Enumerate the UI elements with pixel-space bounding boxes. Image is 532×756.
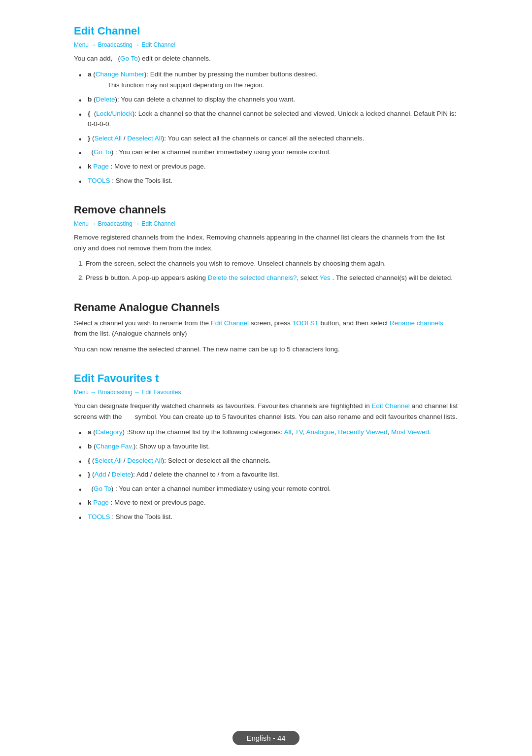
letter-a-1: a [88,70,92,78]
edit-channel-title: Edit Channel [74,25,458,37]
letter-b-fav: b [88,443,92,450]
delete-channels-link[interactable]: Delete the selected channels? [208,274,297,281]
edit-channel-intro: You can add, (Go To) edit or delete chan… [74,53,458,64]
delete-link[interactable]: Delete [96,96,115,103]
delete-link-fav[interactable]: Delete [112,471,131,478]
goto-link-2[interactable]: Go To [94,148,111,156]
goto-link-1[interactable]: Go To [120,55,138,62]
edit-channel-link-rename[interactable]: Edit Channel [211,319,249,327]
tv-link[interactable]: TV [295,428,303,436]
fav-bullet-tools: TOOLS : Show the Tools list. [79,512,458,522]
yes-link[interactable]: Yes [320,274,331,281]
select-all-link-fav[interactable]: Select All [95,457,122,464]
tools-link-1[interactable]: TOOLS [88,177,110,184]
edit-channel-bullets: a (Change Number): Edit the number by pr… [74,69,458,186]
page-link-fav[interactable]: Page [93,499,109,506]
fav-bullet-add-delete: } (Add / Delete): Add / delete the chann… [79,469,458,480]
lock-unlock-link[interactable]: Lock/Unlock [96,110,133,117]
remove-channels-title: Remove channels [74,204,458,216]
letter-brace-open-fav: { [88,457,90,464]
all-link[interactable]: All [284,428,292,436]
edit-favourites-section: Edit Favourites t Menu → Broadcasting → … [74,372,458,522]
edit-favourites-breadcrumb: Menu → Broadcasting → Edit Favourites [74,389,458,396]
rename-channels-link[interactable]: Rename channels [390,319,443,327]
rename-analogue-intro1: Select a channel you wish to rename from… [74,318,458,339]
edit-channel-link-fav[interactable]: Edit Channel [371,402,409,410]
page-link-1[interactable]: Page [93,163,109,170]
remove-channels-intro: Remove registered channels from the inde… [74,232,458,253]
deselect-all-link-fav[interactable]: Deselect All [127,457,162,464]
rename-analogue-title: Rename Analogue Channels [74,301,458,314]
remove-step-2: Press b button. A pop-up appears asking … [86,273,458,283]
page-footer: English - 44 [0,731,532,756]
bullet-select-all: } (Select All / Deselect All): You can s… [79,133,458,144]
bullet-delete: b (Delete): You can delete a channel to … [79,94,458,105]
fav-bullet-select-all: { (Select All / Deselect All): Select or… [79,455,458,466]
category-link[interactable]: Category [96,428,123,436]
add-link[interactable]: Add [95,471,106,478]
page-content: Edit Channel Menu → Broadcasting → Edit … [44,0,488,589]
deselect-all-link-1[interactable]: Deselect All [127,135,162,142]
page-number-pill: English - 44 [233,731,299,745]
edit-channel-breadcrumb: Menu → Broadcasting → Edit Channel [74,41,458,48]
toolst-link[interactable]: TOOLST [292,319,319,327]
fav-bullet-goto: (Go To) : You can enter a channel number… [79,483,458,494]
change-number-note: This function may not support depending … [107,80,458,91]
bullet-change-number: a (Change Number): Edit the number by pr… [79,69,458,91]
edit-favourites-bullets: a (Category) :Show up the channel list b… [74,427,458,522]
bullet-page-1: k Page : Move to next or previous page. [79,161,458,172]
edit-channel-section: Edit Channel Menu → Broadcasting → Edit … [74,25,458,186]
tools-link-fav[interactable]: TOOLS [88,513,110,520]
breadcrumb-text: Menu → Broadcasting → Edit Channel [74,41,175,48]
edit-favourites-title: Edit Favourites t [74,372,458,385]
fav-bullet-page: k Page : Move to next or previous page. [79,497,458,508]
letter-brace-close-1: } [88,135,90,142]
letter-brace-open-1: { [88,110,90,117]
select-all-link-1[interactable]: Select All [95,135,122,142]
favourites-suffix: t [155,372,159,384]
remove-step-1: From the screen, select the channels you… [86,258,458,269]
fav-bullet-category: a (Category) :Show up the channel list b… [79,427,458,438]
recently-viewed-link[interactable]: Recently Viewed [338,428,387,436]
remove-channels-breadcrumb: Menu → Broadcasting → Edit Channel [74,220,458,227]
change-number-link[interactable]: Change Number [96,70,144,78]
goto-link-fav[interactable]: Go To [94,485,111,492]
favourites-breadcrumb-text: Menu → Broadcasting → Edit Favourites [74,389,181,396]
remove-breadcrumb-text: Menu → Broadcasting → Edit Channel [74,220,175,227]
edit-favourites-intro: You can designate frequently watched cha… [74,401,458,422]
bold-b-step2: b [104,274,108,281]
change-fav-link[interactable]: Change Fav. [96,443,133,450]
bullet-tools-1: TOOLS : Show the Tools list. [79,175,458,186]
rename-analogue-section: Rename Analogue Channels Select a channe… [74,301,458,355]
letter-k-fav: k [88,499,92,506]
remove-channels-section: Remove channels Menu → Broadcasting → Ed… [74,204,458,283]
analogue-link[interactable]: Analogue [306,428,334,436]
most-viewed-link[interactable]: Most Viewed [391,428,429,436]
letter-brace-close-fav: } [88,471,90,478]
bullet-goto-1: (Go To) : You can enter a channel number… [79,147,458,158]
letter-b-1: b [88,96,92,103]
rename-analogue-intro2: You can now rename the selected channel.… [74,344,458,355]
bullet-lock-unlock: { (Lock/Unlock): Lock a channel so that … [79,108,458,130]
letter-k-1: k [88,163,92,170]
remove-channels-steps: From the screen, select the channels you… [74,258,458,283]
fav-bullet-change-fav: b (Change Fav.): Show up a favourite lis… [79,441,458,452]
letter-a-fav: a [88,428,92,436]
page-number-label: English - 44 [246,734,285,742]
